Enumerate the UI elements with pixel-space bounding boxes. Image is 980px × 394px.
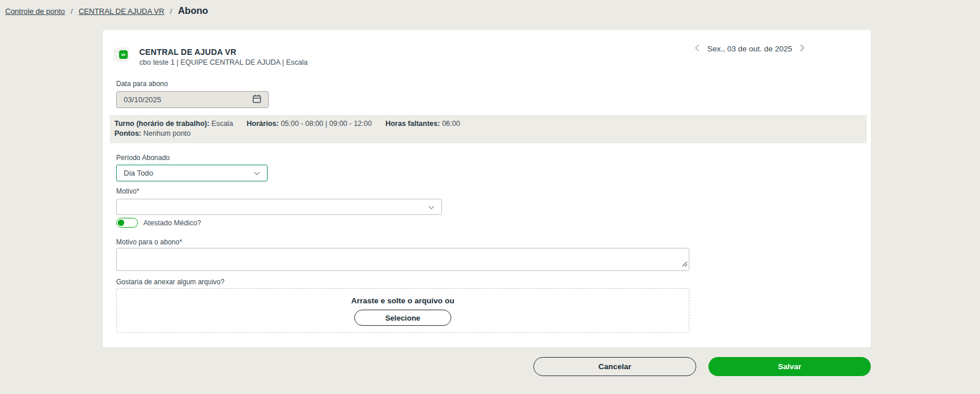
breadcrumb-separator: / bbox=[170, 7, 172, 16]
save-button[interactable]: Salvar bbox=[708, 357, 871, 376]
cancel-button[interactable]: Cancelar bbox=[533, 357, 696, 376]
employee-details: cbo teste 1 | EQUIPE CENTRAL DE AJUDA | … bbox=[139, 58, 308, 66]
motivo-label: Motivo* bbox=[116, 187, 139, 196]
chevron-left-icon bbox=[695, 44, 700, 54]
horarios-label: Horários: bbox=[247, 120, 279, 128]
attachment-label: Gostaria de anexar algum arquivo? bbox=[116, 278, 224, 287]
shift-info-strip: Turno (horário de trabalho): Escala Horá… bbox=[110, 115, 867, 143]
employee-name: CENTRAL DE AJUDA VR bbox=[139, 47, 308, 57]
date-input[interactable]: 03/10/2025 bbox=[116, 91, 269, 108]
motivo-select[interactable] bbox=[116, 199, 442, 215]
date-field-label: Data para abono bbox=[116, 80, 168, 88]
periodo-abonado-value: Dia Todo bbox=[124, 169, 153, 177]
pontos-value: Nenhum ponto bbox=[143, 129, 191, 137]
motivo-abono-field bbox=[116, 248, 689, 271]
date-nav-label: Sex., 03 de out. de 2025 bbox=[707, 44, 792, 53]
horarios-value: 05:00 - 08:00 | 09:00 - 12:00 bbox=[281, 120, 372, 128]
periodo-abonado-label: Período Abonado bbox=[116, 154, 170, 162]
dropzone-text: Arraste e solte o arquivo ou bbox=[351, 296, 455, 305]
motivo-abono-label: Motivo para o abono* bbox=[116, 238, 182, 247]
horas-faltantes-value: 06:00 bbox=[442, 120, 460, 128]
next-day-button[interactable] bbox=[800, 44, 805, 54]
chevron-down-icon bbox=[428, 203, 435, 211]
previous-day-button[interactable] bbox=[695, 44, 700, 54]
atestado-medico-toggle[interactable] bbox=[116, 218, 138, 228]
select-file-button[interactable]: Selecione bbox=[354, 310, 451, 326]
breadcrumb-separator: / bbox=[70, 7, 73, 16]
toggle-knob bbox=[118, 220, 124, 226]
vr-logo-icon: vr bbox=[119, 50, 128, 59]
breadcrumb-link-controle-de-ponto[interactable]: Controle de ponto bbox=[5, 7, 65, 16]
atestado-toggle-row: Atestado Médico? bbox=[116, 218, 201, 228]
date-input-value: 03/10/2025 bbox=[124, 95, 161, 104]
calendar-icon[interactable] bbox=[253, 94, 261, 105]
chevron-down-icon bbox=[254, 169, 260, 177]
shift-info-line-1: Turno (horário de trabalho): Escala Horá… bbox=[114, 119, 867, 129]
date-navigation: Sex., 03 de out. de 2025 bbox=[695, 44, 805, 54]
periodo-abonado-select[interactable]: Dia Todo bbox=[116, 165, 268, 181]
abono-form-card: vr CENTRAL DE AJUDA VR cbo teste 1 | EQU… bbox=[103, 30, 871, 347]
breadcrumb-current-abono: Abono bbox=[178, 5, 208, 16]
motivo-abono-textarea[interactable] bbox=[116, 248, 689, 271]
turno-value: Escala bbox=[211, 120, 233, 128]
file-dropzone[interactable]: Arraste e solte o arquivo ou Selecione bbox=[116, 288, 689, 333]
breadcrumb: Controle de ponto / CENTRAL DE AJUDA VR … bbox=[5, 5, 208, 16]
avatar: vr bbox=[114, 47, 129, 62]
atestado-medico-label: Atestado Médico? bbox=[143, 219, 201, 227]
horas-faltantes-label: Horas faltantes: bbox=[385, 120, 440, 128]
employee-header: vr CENTRAL DE AJUDA VR cbo teste 1 | EQU… bbox=[114, 47, 308, 66]
pontos-label: Pontos: bbox=[114, 129, 142, 137]
breadcrumb-link-central-de-ajuda-vr[interactable]: CENTRAL DE AJUDA VR bbox=[79, 7, 164, 16]
chevron-right-icon bbox=[800, 44, 805, 54]
turno-label: Turno (horário de trabalho): bbox=[114, 120, 209, 128]
shift-info-line-2: Pontos: Nenhum ponto bbox=[114, 129, 867, 139]
